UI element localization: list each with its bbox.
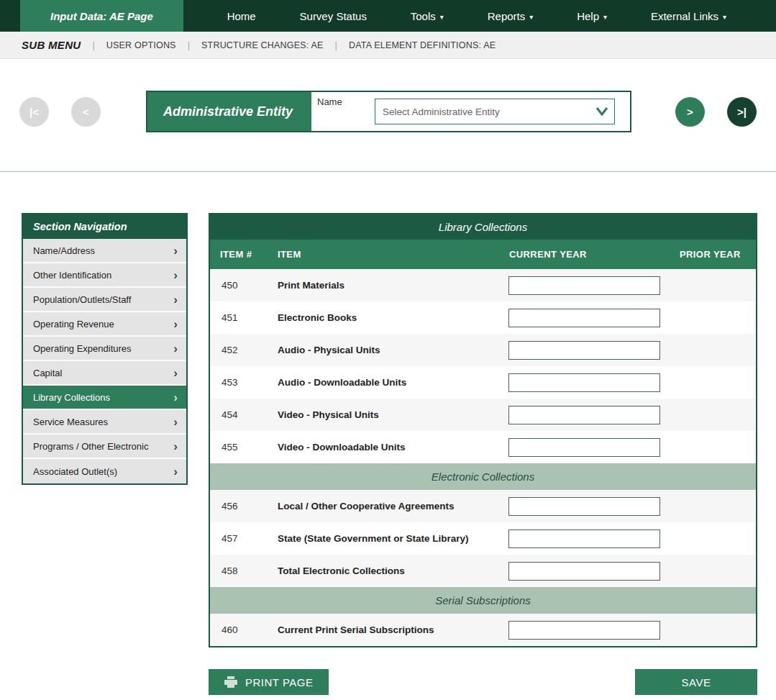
sidebar-item-library-collections[interactable]: Library Collections› [23, 386, 186, 410]
nav-item-label: Tools [411, 10, 436, 22]
chevron-right-icon: › [173, 391, 178, 404]
chevron-right-icon: › [173, 440, 178, 453]
print-page-label: PRINT PAGE [245, 676, 313, 688]
table-row-450: 450Print Materials [210, 269, 756, 301]
item-name-cell: Local / Other Cooperative Agreements [268, 501, 499, 512]
item-name-cell: Audio - Physical Units [268, 345, 499, 355]
item-name-cell: Video - Physical Units [268, 409, 499, 420]
sidebar-item-service-measures[interactable]: Service Measures› [23, 410, 186, 435]
current-year-input-454[interactable] [508, 406, 660, 424]
current-year-cell [499, 341, 670, 360]
item-number-cell: 453 [210, 377, 268, 388]
nav-spacer [0, 0, 20, 32]
caret-down-icon: ▾ [603, 13, 607, 21]
table-row-457: 457State (State Government or State Libr… [210, 522, 756, 555]
admin-entity-label: Administrative Entity [147, 92, 311, 131]
current-year-cell [499, 438, 670, 457]
sidebar-item-associated-outlet-s[interactable]: Associated Outlet(s)› [23, 459, 186, 483]
save-button[interactable]: SAVE [635, 669, 757, 695]
submenu-items: |USER OPTIONS|STRUCTURE CHANGES: AE|DATA… [92, 40, 496, 50]
tab-input-data-ae[interactable]: Input Data: AE Page [20, 0, 183, 32]
sidebar-item-operating-expenditures[interactable]: Operating Expenditures› [23, 337, 186, 361]
sidebar-item-label: Service Measures [33, 417, 108, 427]
next-page-button[interactable]: > [675, 97, 705, 127]
sidebar-item-programs-other-electronic[interactable]: Programs / Other Electronic› [23, 435, 186, 459]
chevron-right-icon: › [173, 269, 178, 281]
main-content: Section Navigation Name/Address›Other Id… [0, 172, 776, 695]
submenu-item-data-element-definitions-ae[interactable]: DATA ELEMENT DEFINITIONS: AE [349, 40, 496, 50]
item-number-cell: 451 [210, 312, 268, 323]
chevron-right-icon: › [173, 367, 178, 379]
column-item-number: ITEM # [210, 249, 268, 260]
current-year-input-456[interactable] [508, 497, 660, 516]
sidebar-item-population-outlets-staff[interactable]: Population/Outlets/Staff› [23, 288, 186, 312]
item-number-cell: 455 [210, 442, 268, 453]
current-year-cell [499, 497, 670, 516]
sidebar-item-label: Operating Expenditures [33, 343, 132, 354]
chevron-right-icon: › [173, 465, 178, 478]
current-year-input-452[interactable] [508, 341, 660, 360]
nav-item-reports[interactable]: Reports▾ [488, 10, 534, 22]
sidebar-item-operating-revenue[interactable]: Operating Revenue› [23, 312, 186, 337]
table-area: Library Collections ITEM # ITEM CURRENT … [209, 213, 757, 695]
current-year-cell [499, 276, 670, 295]
nav-item-label: Reports [488, 10, 526, 22]
sidebar-item-label: Library Collections [33, 392, 110, 403]
table-row-458: 458Total Electronic Collections [210, 555, 756, 587]
separator: | [92, 40, 94, 50]
sidebar-item-other-identification[interactable]: Other Identification› [23, 263, 186, 288]
nav-item-tools[interactable]: Tools▾ [411, 10, 444, 22]
last-page-button[interactable]: >| [727, 97, 757, 127]
first-page-button[interactable]: |< [19, 97, 49, 127]
collections-table-body: 450Print Materials451Electronic Books452… [210, 269, 756, 646]
sidebar-item-capital[interactable]: Capital› [23, 361, 186, 386]
item-name-cell: Electronic Books [268, 312, 499, 323]
submenu-item-structure-changes-ae[interactable]: STRUCTURE CHANGES: AE [201, 40, 324, 50]
nav-item-help[interactable]: Help▾ [577, 10, 607, 22]
nav-item-label: Home [227, 10, 256, 22]
table-row-453: 453Audio - Downloadable Units [210, 366, 756, 399]
column-prior-year: PRIOR YEAR [670, 249, 756, 260]
current-year-cell [499, 309, 670, 327]
nav-item-external-links[interactable]: External Links▾ [651, 10, 726, 22]
current-year-input-457[interactable] [508, 529, 660, 548]
prev-page-button[interactable]: < [71, 97, 101, 127]
nav-item-survey-status[interactable]: Survey Status [300, 10, 367, 22]
chevron-right-icon: › [173, 294, 178, 306]
printer-icon [224, 676, 237, 688]
item-number-cell: 450 [210, 280, 268, 291]
chevron-right-icon: › [173, 245, 178, 257]
nav-item-label: Help [577, 10, 599, 22]
print-page-button[interactable]: PRINT PAGE [209, 669, 329, 695]
current-year-cell [499, 406, 670, 424]
table-row-452: 452Audio - Physical Units [210, 334, 756, 366]
separator: | [188, 40, 190, 50]
table-row-451: 451Electronic Books [210, 301, 756, 334]
item-number-cell: 454 [210, 409, 268, 420]
sidebar-item-label: Other Identification [33, 270, 111, 281]
separator: | [335, 40, 337, 50]
current-year-input-460[interactable] [508, 621, 660, 640]
admin-entity-box: Administrative Entity Name Select Admini… [146, 91, 631, 132]
item-name-cell: Video - Downloadable Units [268, 442, 499, 453]
sidebar-item-label: Operating Revenue [33, 319, 114, 329]
nav-item-home[interactable]: Home [227, 10, 256, 22]
main-nav: HomeSurvey StatusTools▾Reports▾Help▾Exte… [183, 0, 776, 32]
item-number-cell: 457 [210, 533, 268, 544]
admin-entity-form: Name Select Administrative Entity [311, 92, 630, 131]
current-year-cell [499, 562, 670, 581]
item-number-cell: 456 [210, 501, 268, 512]
entity-pager-row: |< < Administrative Entity Name Select A… [0, 91, 776, 132]
admin-entity-select[interactable]: Select Administrative Entity [375, 99, 615, 124]
sidebar-item-name-address[interactable]: Name/Address› [23, 239, 186, 263]
item-name-cell: State (State Government or State Library… [268, 533, 499, 544]
current-year-input-458[interactable] [508, 562, 660, 581]
current-year-cell [499, 529, 670, 548]
current-year-input-455[interactable] [508, 438, 660, 457]
submenu-item-user-options[interactable]: USER OPTIONS [106, 40, 176, 50]
caret-down-icon: ▾ [529, 13, 533, 21]
section-navigation-items: Name/Address›Other Identification›Popula… [23, 239, 186, 483]
current-year-input-453[interactable] [508, 373, 660, 392]
current-year-input-450[interactable] [508, 276, 660, 295]
current-year-input-451[interactable] [508, 309, 660, 327]
